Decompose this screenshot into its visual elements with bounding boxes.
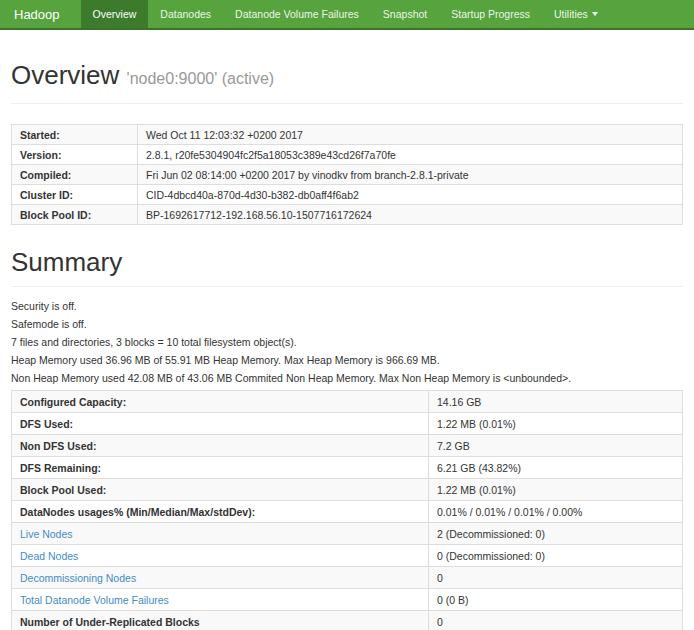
metric-label-cell: Decommissioning Nodes: [12, 567, 429, 589]
info-value: Fri Jun 02 08:14:00 +0200 2017 by vinodk…: [138, 165, 683, 185]
metric-label: DFS Used:: [20, 418, 73, 430]
summary-table: Configured Capacity: 14.16 GB DFS Used: …: [11, 390, 683, 630]
status-line: Heap Memory used 36.96 MB of 55.91 MB He…: [11, 354, 683, 366]
info-value: BP-1692617712-192.168.56.10-150771617262…: [138, 205, 683, 225]
metric-label[interactable]: Decommissioning Nodes: [20, 572, 136, 584]
info-label: Cluster ID:: [12, 185, 138, 205]
divider: [11, 103, 683, 104]
namenode-address: 'node0:9000' (active): [127, 70, 275, 87]
metric-label-cell: DFS Used:: [12, 413, 429, 435]
table-row: DFS Remaining: 6.21 GB (43.82%): [12, 457, 683, 479]
info-value: CID-4dbcd40a-870d-4d30-b382-db0aff4f6ab2: [138, 185, 683, 205]
navbar-tab[interactable]: Utilities: [542, 0, 610, 28]
table-row: Cluster ID: CID-4dbcd40a-870d-4d30-b382-…: [12, 185, 683, 205]
table-row: Configured Capacity: 14.16 GB: [12, 391, 683, 413]
info-label: Version:: [12, 145, 138, 165]
metric-value: 0: [429, 567, 683, 589]
navbar-tab-label: Overview: [93, 8, 137, 20]
navbar-tab[interactable]: Snapshot: [371, 0, 439, 28]
table-row: Block Pool Used: 1.22 MB (0.01%): [12, 479, 683, 501]
metric-value: 0 (0 B): [429, 589, 683, 611]
navbar-tab[interactable]: Overview: [81, 0, 149, 28]
table-row: Number of Under-Replicated Blocks 0: [12, 611, 683, 630]
metric-label-cell: Block Pool Used:: [12, 479, 429, 501]
hadoop-brand[interactable]: Hadoop: [0, 0, 74, 28]
metric-value: 1.22 MB (0.01%): [429, 479, 683, 501]
metric-value: 0 (Decommissioned: 0): [429, 545, 683, 567]
metric-value: 7.2 GB: [429, 435, 683, 457]
metric-label[interactable]: Dead Nodes: [20, 550, 78, 562]
metric-label: Number of Under-Replicated Blocks: [20, 616, 200, 628]
info-label: Started:: [12, 125, 138, 145]
summary-table-body: Configured Capacity: 14.16 GB DFS Used: …: [12, 391, 683, 630]
table-row: Decommissioning Nodes 0: [12, 567, 683, 589]
divider: [11, 286, 683, 287]
table-row: Block Pool ID: BP-1692617712-192.168.56.…: [12, 205, 683, 225]
navbar-tab-label: Datanodes: [160, 8, 211, 20]
metric-label-cell: Dead Nodes: [12, 545, 429, 567]
metric-value: 0: [429, 611, 683, 630]
table-row: Started: Wed Oct 11 12:03:32 +0200 2017: [12, 125, 683, 145]
metric-value: 14.16 GB: [429, 391, 683, 413]
navbar-tab[interactable]: Startup Progress: [439, 0, 542, 28]
navbar-tab-label: Snapshot: [383, 8, 427, 20]
table-row: Live Nodes 2 (Decommissioned: 0): [12, 523, 683, 545]
metric-label-cell: DFS Remaining:: [12, 457, 429, 479]
info-value: 2.8.1, r20fe5304904fc2f5a18053c389e43cd2…: [138, 145, 683, 165]
main-content: Overview 'node0:9000' (active) Started: …: [0, 60, 694, 630]
metric-label-cell: Live Nodes: [12, 523, 429, 545]
summary-status-lines: Security is off. Safemode is off. 7 file…: [11, 300, 683, 384]
metric-value: 6.21 GB (43.82%): [429, 457, 683, 479]
metric-label-cell: Total Datanode Volume Failures: [12, 589, 429, 611]
metric-label: Non DFS Used:: [20, 440, 96, 452]
metric-value: 0.01% / 0.01% / 0.01% / 0.00%: [429, 501, 683, 523]
navbar-tab[interactable]: Datanodes: [148, 0, 223, 28]
metric-value: 2 (Decommissioned: 0): [429, 523, 683, 545]
navbar-tabs: Overview Datanodes Datanode Volume Failu…: [81, 0, 610, 28]
metric-label-cell: Non DFS Used:: [12, 435, 429, 457]
overview-info-table: Started: Wed Oct 11 12:03:32 +0200 2017 …: [11, 124, 683, 225]
table-row: Dead Nodes 0 (Decommissioned: 0): [12, 545, 683, 567]
info-label: Block Pool ID:: [12, 205, 138, 225]
overview-info-table-body: Started: Wed Oct 11 12:03:32 +0200 2017 …: [12, 125, 683, 225]
metric-label-cell: Number of Under-Replicated Blocks: [12, 611, 429, 630]
status-line: Security is off.: [11, 300, 683, 312]
table-row: Compiled: Fri Jun 02 08:14:00 +0200 2017…: [12, 165, 683, 185]
navbar-tab[interactable]: Datanode Volume Failures: [223, 0, 371, 28]
navbar: Hadoop Overview Datanodes Datanode Volum…: [0, 0, 694, 30]
metric-label: Block Pool Used:: [20, 484, 106, 496]
metric-label[interactable]: Live Nodes: [20, 528, 73, 540]
table-row: Non DFS Used: 7.2 GB: [12, 435, 683, 457]
metric-value: 1.22 MB (0.01%): [429, 413, 683, 435]
status-line: Non Heap Memory used 42.08 MB of 43.06 M…: [11, 372, 683, 384]
info-value: Wed Oct 11 12:03:32 +0200 2017: [138, 125, 683, 145]
metric-label: Configured Capacity:: [20, 396, 126, 408]
status-line: 7 files and directories, 3 blocks = 10 t…: [11, 336, 683, 348]
table-row: DataNodes usages% (Min/Median/Max/stdDev…: [12, 501, 683, 523]
status-line: Safemode is off.: [11, 318, 683, 330]
metric-label-cell: Configured Capacity:: [12, 391, 429, 413]
table-row: Version: 2.8.1, r20fe5304904fc2f5a18053c…: [12, 145, 683, 165]
overview-title: Overview: [11, 60, 119, 90]
table-row: DFS Used: 1.22 MB (0.01%): [12, 413, 683, 435]
table-row: Total Datanode Volume Failures 0 (0 B): [12, 589, 683, 611]
navbar-tab-label: Startup Progress: [451, 8, 530, 20]
chevron-down-icon: [592, 12, 598, 16]
page-title: Overview 'node0:9000' (active): [11, 60, 683, 94]
navbar-tab-label: Utilities: [554, 8, 588, 20]
metric-label-cell: DataNodes usages% (Min/Median/Max/stdDev…: [12, 501, 429, 523]
info-label: Compiled:: [12, 165, 138, 185]
summary-title: Summary: [11, 247, 683, 277]
metric-label: DFS Remaining:: [20, 462, 101, 474]
metric-label[interactable]: Total Datanode Volume Failures: [20, 594, 169, 606]
metric-label: DataNodes usages% (Min/Median/Max/stdDev…: [20, 506, 255, 518]
navbar-tab-label: Datanode Volume Failures: [235, 8, 359, 20]
